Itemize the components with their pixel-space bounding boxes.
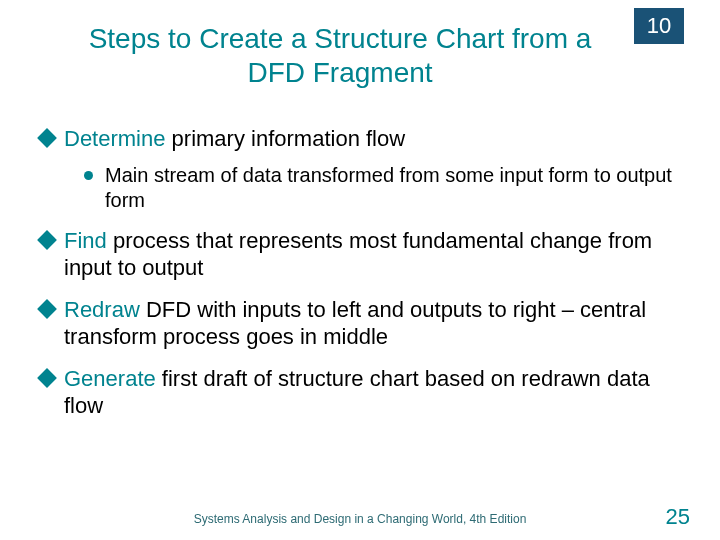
footer-text: Systems Analysis and Design in a Changin… [0,512,720,526]
bullet-rest: primary information flow [165,126,405,151]
page-number: 25 [666,504,690,530]
bullet-text: Redraw DFD with inputs to left and outpu… [64,296,680,351]
bullet-level1: Determine primary information flow [40,125,680,153]
diamond-icon [37,128,57,148]
slide-title: Steps to Create a Structure Chart from a… [0,0,720,99]
diamond-icon [37,299,57,319]
bullet-lead: Find [64,228,107,253]
bullet-lead: Generate [64,366,156,391]
slide-content: Determine primary information flow Main … [0,99,720,420]
bullet-level1: Redraw DFD with inputs to left and outpu… [40,296,680,351]
bullet-level1: Find process that represents most fundam… [40,227,680,282]
bullet-level2: Main stream of data transformed from som… [84,163,680,213]
bullet-text: Determine primary information flow [64,125,680,153]
bullet-rest: DFD with inputs to left and outputs to r… [64,297,646,350]
chapter-badge: 10 [634,8,684,44]
bullet-text: Generate first draft of structure chart … [64,365,680,420]
dot-icon [84,171,93,180]
diamond-icon [37,368,57,388]
bullet-text: Main stream of data transformed from som… [105,163,680,213]
diamond-icon [37,230,57,250]
bullet-lead: Determine [64,126,165,151]
bullet-level1: Generate first draft of structure chart … [40,365,680,420]
bullet-lead: Redraw [64,297,140,322]
bullet-text: Find process that represents most fundam… [64,227,680,282]
bullet-rest: process that represents most fundamental… [64,228,652,281]
